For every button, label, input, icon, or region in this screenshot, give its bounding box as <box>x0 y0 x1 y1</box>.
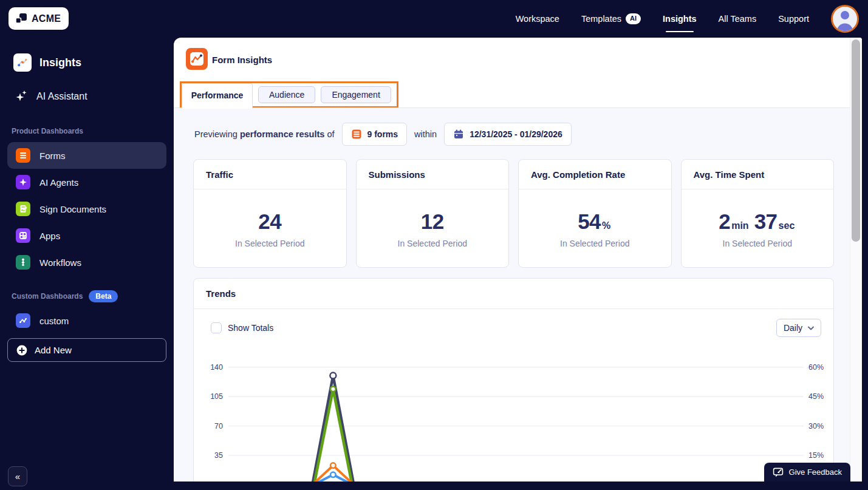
sidebar-item-forms[interactable]: Forms <box>7 142 166 169</box>
show-totals-checkbox[interactable] <box>211 322 222 333</box>
filter-description: Previewing performance results of <box>194 129 335 139</box>
stat-card-traffic: Traffic 24 In Selected Period <box>193 159 347 268</box>
add-new-button[interactable]: Add New <box>7 338 166 362</box>
trends-chart: 140 105 70 35 60% 45% 30% 15% <box>194 359 833 481</box>
tab-engagement[interactable]: Engagement <box>321 86 391 103</box>
calendar-icon <box>453 129 464 140</box>
stat-caption: In Selected Period <box>560 239 629 248</box>
give-feedback-button[interactable]: Give Feedback <box>764 463 850 481</box>
nav-templates[interactable]: Templates AI <box>581 13 641 24</box>
insights-icon <box>13 53 32 72</box>
nav-support[interactable]: Support <box>778 14 809 24</box>
sidebar-item-ai-agents[interactable]: AI Agents <box>7 169 166 196</box>
right-axis-tick: 30% <box>808 422 834 430</box>
person-icon <box>833 7 857 31</box>
custom-dashboards-label: Custom Dashboards <box>12 292 83 301</box>
right-axis-tick: 15% <box>808 451 834 460</box>
trends-card: Trends Show Totals Daily 140 105 70 35 6… <box>193 278 834 481</box>
apps-icon <box>16 228 30 243</box>
form-insights-icon <box>186 48 208 72</box>
chevron-down-icon <box>808 326 814 330</box>
sidebar-insights-home[interactable]: Insights <box>13 53 81 72</box>
interval-dropdown[interactable]: Daily <box>776 319 821 337</box>
stat-caption: In Selected Period <box>398 239 467 248</box>
tab-audience[interactable]: Audience <box>258 86 315 103</box>
stat-card-completion-rate: Avg. Completion Rate 54 % In Selected Pe… <box>518 159 672 268</box>
right-axis-tick: 45% <box>808 392 834 401</box>
nav-all-teams[interactable]: All Teams <box>719 14 757 24</box>
date-range-button[interactable]: 12/31/2025 - 01/29/2026 <box>444 123 572 146</box>
active-tab-extension <box>182 104 253 109</box>
collapse-chevrons: « <box>15 471 20 481</box>
top-navigation: Workspace Templates AI Insights All Team… <box>516 0 859 38</box>
stat-value-seconds: 37 <box>754 209 777 234</box>
sidebar-item-apps[interactable]: Apps <box>7 222 166 249</box>
section-product-dashboards: Product Dashboards <box>12 127 83 135</box>
sign-documents-icon <box>16 202 30 216</box>
feedback-icon <box>773 467 784 478</box>
stat-unit-sec: sec <box>779 220 795 231</box>
sidebar-item-ai-assistant[interactable]: AI Assistant <box>15 89 87 104</box>
nav-workspace[interactable]: Workspace <box>516 14 559 24</box>
forms-selector-button[interactable]: 9 forms <box>342 123 408 146</box>
sidebar: Insights AI Assistant Product Dashboards… <box>0 0 168 490</box>
beta-badge: Beta <box>89 290 118 302</box>
stat-value: 54 <box>578 209 601 234</box>
product-dashboards-list: Forms AI Agents Sign Documents <box>7 142 166 276</box>
collapse-sidebar-button[interactable]: « <box>8 466 27 486</box>
stat-unit-min: min <box>731 220 748 231</box>
main-content-panel: Form Insights Performance Audience Engag… <box>174 38 862 481</box>
stat-title: Submissions <box>357 160 509 189</box>
section-custom-dashboards: Custom Dashboards Beta <box>12 290 118 302</box>
show-totals-control: Show Totals <box>211 322 273 333</box>
sidebar-title: Insights <box>39 56 81 69</box>
forms-icon <box>16 148 30 163</box>
trends-title: Trends <box>194 279 833 309</box>
tabs-divider <box>174 107 862 108</box>
custom-dashboard-icon <box>16 313 30 328</box>
ai-badge: AI <box>626 13 641 24</box>
within-label: within <box>414 129 437 139</box>
sidebar-item-workflows[interactable]: Workflows <box>7 249 166 276</box>
ai-agents-icon <box>16 175 30 189</box>
stat-caption: In Selected Period <box>723 239 792 248</box>
left-axis-tick: 35 <box>200 451 223 460</box>
stats-row: Traffic 24 In Selected Period Submission… <box>193 159 834 268</box>
trends-chart-svg <box>228 359 804 481</box>
workflows-icon <box>16 255 30 270</box>
stat-title: Traffic <box>194 160 346 189</box>
stat-value: 12 <box>421 209 444 234</box>
stat-caption: In Selected Period <box>235 239 304 248</box>
vertical-scrollbar-track[interactable] <box>850 38 862 481</box>
left-axis-tick: 70 <box>200 422 223 430</box>
stat-title: Avg. Time Spent <box>682 160 834 189</box>
left-axis-tick: 105 <box>200 392 223 401</box>
stat-value-minutes: 2 <box>719 209 730 234</box>
user-avatar[interactable] <box>831 5 859 33</box>
page-title: Form Insights <box>212 55 272 65</box>
stat-unit: % <box>602 220 610 231</box>
filter-bar: Previewing performance results of 9 form… <box>194 123 572 146</box>
stat-card-time-spent: Avg. Time Spent 2 min 37 sec In Selected… <box>681 159 835 268</box>
tab-performance[interactable]: Performance <box>182 83 253 106</box>
left-axis-tick: 140 <box>200 363 223 372</box>
sidebar-item-sign-documents[interactable]: Sign Documents <box>7 196 166 222</box>
form-document-icon <box>351 129 362 140</box>
show-totals-label: Show Totals <box>228 323 273 333</box>
stat-value: 24 <box>258 209 281 234</box>
vertical-scrollbar-thumb[interactable] <box>852 39 860 242</box>
plus-circle-icon <box>16 344 28 356</box>
right-axis-tick: 60% <box>808 363 834 372</box>
nav-insights[interactable]: Insights <box>663 14 697 24</box>
sparkles-icon <box>15 89 28 104</box>
sidebar-item-custom[interactable]: custom <box>7 308 166 333</box>
stat-title: Avg. Completion Rate <box>519 160 671 189</box>
chart-plot-area <box>228 359 804 481</box>
stat-card-submissions: Submissions 12 In Selected Period <box>356 159 510 268</box>
